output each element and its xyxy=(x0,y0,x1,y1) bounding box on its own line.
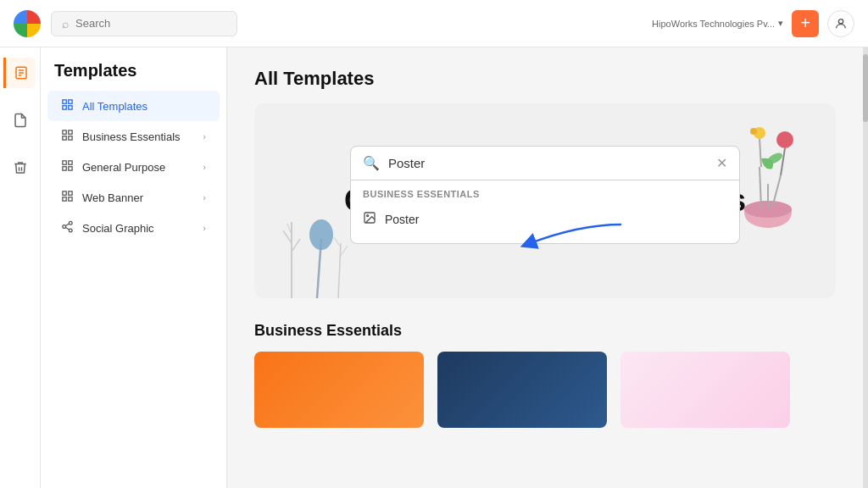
template-cards-row xyxy=(254,352,836,428)
chevron-right-icon: › xyxy=(203,223,206,233)
svg-point-21 xyxy=(69,221,72,225)
scrollbar[interactable] xyxy=(863,47,868,488)
svg-point-47 xyxy=(367,215,369,217)
search-clear-icon[interactable]: ✕ xyxy=(716,155,727,171)
general-purpose-icon xyxy=(61,159,74,175)
svg-rect-10 xyxy=(69,130,72,134)
sidebar-item-social-graphic[interactable]: Social Graphic › xyxy=(47,213,220,243)
sidebar-item-label-all-templates: All Templates xyxy=(82,100,206,113)
sidebar-item-label-social-graphic: Social Graphic xyxy=(82,222,194,235)
search-overlay-icon: 🔍 xyxy=(363,155,380,171)
svg-line-32 xyxy=(338,243,341,298)
search-icon: ⌕ xyxy=(62,17,69,30)
svg-point-0 xyxy=(838,19,843,23)
svg-rect-14 xyxy=(69,161,72,164)
poster-result-label: Poster xyxy=(385,213,419,226)
svg-rect-17 xyxy=(63,191,66,195)
search-input-box: 🔍 ✕ xyxy=(350,146,740,180)
sidebar-title: Templates xyxy=(41,61,226,91)
user-avatar-button[interactable] xyxy=(827,10,854,37)
search-overlay: 🔍 ✕ Business Essentials Poster xyxy=(350,146,740,244)
svg-line-36 xyxy=(781,148,785,175)
svg-point-23 xyxy=(69,229,72,232)
rail-icon-trash[interactable] xyxy=(5,152,36,183)
rail-icon-document[interactable] xyxy=(5,105,36,136)
svg-rect-11 xyxy=(63,136,66,140)
svg-rect-19 xyxy=(63,197,66,201)
svg-rect-8 xyxy=(69,106,72,109)
hero-banner: Create beautiful documents xyxy=(254,103,836,298)
app-logo xyxy=(14,10,41,37)
svg-line-33 xyxy=(341,246,348,256)
dropdown-category-label: Business Essentials xyxy=(363,189,727,199)
svg-line-34 xyxy=(334,237,341,247)
svg-rect-20 xyxy=(69,197,72,201)
page-title: All Templates xyxy=(254,68,836,90)
workspace-name: HipoWorks Technologies Pv... xyxy=(652,19,775,29)
workspace-selector[interactable]: HipoWorks Technologies Pv... ▾ xyxy=(652,18,783,29)
chevron-right-icon: › xyxy=(203,192,206,202)
business-essentials-icon xyxy=(61,129,74,144)
template-card-3[interactable] xyxy=(620,352,790,428)
sidebar-item-general-purpose[interactable]: General Purpose › xyxy=(47,152,220,182)
content-area: All Templates Create beautiful documents xyxy=(227,47,863,488)
svg-point-35 xyxy=(776,131,793,148)
svg-line-24 xyxy=(65,227,69,229)
sidebar-item-all-templates[interactable]: All Templates xyxy=(47,91,220,121)
sidebar-item-label-business-essentials: Business Essentials xyxy=(82,130,194,143)
chevron-right-icon: › xyxy=(203,131,206,141)
web-banner-icon xyxy=(61,190,74,205)
template-search-input[interactable] xyxy=(388,156,708,170)
svg-point-22 xyxy=(63,225,66,229)
social-graphic-icon xyxy=(61,220,74,236)
svg-rect-13 xyxy=(63,161,66,164)
all-templates-icon xyxy=(61,98,74,114)
svg-rect-16 xyxy=(69,167,72,170)
svg-rect-6 xyxy=(69,100,72,103)
svg-rect-18 xyxy=(69,191,72,195)
topbar-right: HipoWorks Technologies Pv... ▾ + xyxy=(652,10,854,37)
search-dropdown: Business Essentials Poster xyxy=(350,180,740,244)
search-input[interactable] xyxy=(75,17,226,30)
svg-rect-9 xyxy=(63,130,66,134)
svg-rect-5 xyxy=(63,100,66,103)
svg-line-40 xyxy=(760,139,761,167)
dropdown-result-poster[interactable]: Poster xyxy=(363,204,727,235)
svg-point-39 xyxy=(750,128,757,135)
chevron-right-icon: › xyxy=(203,162,206,172)
business-essentials-title: Business Essentials xyxy=(254,322,836,340)
svg-point-31 xyxy=(309,219,333,250)
template-card-2[interactable] xyxy=(437,352,607,428)
svg-line-25 xyxy=(65,224,69,225)
topbar: ⌕ HipoWorks Technologies Pv... ▾ + xyxy=(0,0,868,47)
svg-rect-15 xyxy=(63,167,66,170)
svg-rect-12 xyxy=(69,136,72,140)
poster-result-icon xyxy=(363,211,376,228)
sidebar-item-label-web-banner: Web Banner xyxy=(82,191,194,204)
icon-rail xyxy=(0,47,41,488)
template-card-1[interactable] xyxy=(254,352,424,428)
sidebar-item-business-essentials[interactable]: Business Essentials › xyxy=(47,121,220,152)
scroll-thumb[interactable] xyxy=(863,54,868,122)
global-search-bar[interactable]: ⌕ xyxy=(51,11,237,36)
create-button[interactable]: + xyxy=(792,10,819,37)
sidebar: Templates All Templates Business Essenti… xyxy=(41,47,227,488)
sidebar-item-label-general-purpose: General Purpose xyxy=(82,161,194,174)
svg-rect-7 xyxy=(63,106,66,109)
main-layout: Templates All Templates Business Essenti… xyxy=(0,47,868,488)
rail-icon-page[interactable] xyxy=(3,58,36,88)
sidebar-item-web-banner[interactable]: Web Banner › xyxy=(47,182,220,213)
workspace-chevron-icon: ▾ xyxy=(778,18,783,29)
svg-line-28 xyxy=(292,239,300,252)
